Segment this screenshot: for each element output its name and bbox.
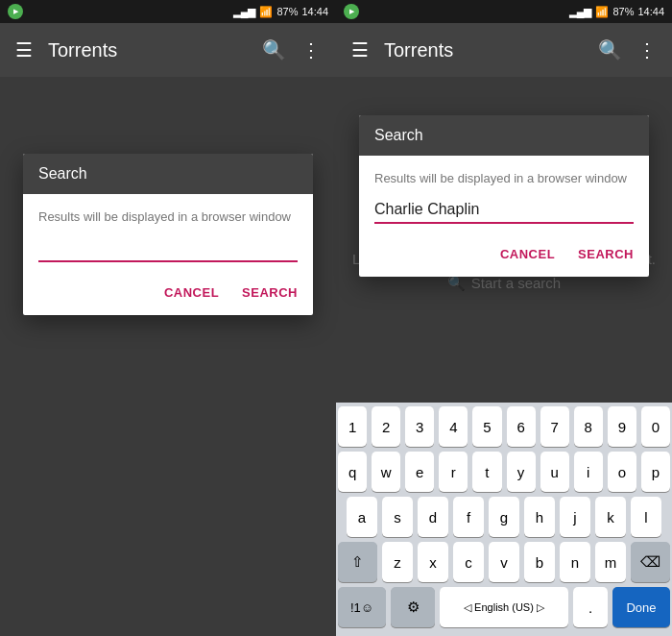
key-q[interactable]: q	[338, 452, 367, 492]
key-t[interactable]: t	[472, 452, 501, 492]
key-c[interactable]: c	[453, 542, 484, 582]
key-g[interactable]: g	[489, 497, 519, 537]
key-m[interactable]: m	[595, 542, 626, 582]
search-input-right[interactable]	[374, 197, 634, 222]
settings-key[interactable]: ⚙	[391, 587, 435, 627]
key-1[interactable]: 1	[338, 406, 367, 447]
key-j[interactable]: j	[560, 497, 590, 537]
key-x[interactable]: x	[418, 542, 448, 582]
dialog-body-left: Results will be displayed in a browser w…	[23, 194, 313, 262]
content-area-left: Search Results will be displayed in a br…	[0, 77, 336, 636]
key-w[interactable]: w	[372, 452, 400, 492]
key-7[interactable]: 7	[540, 406, 569, 447]
signal-icon-right: ▂▄▆	[569, 6, 592, 18]
key-9[interactable]: 9	[608, 406, 636, 447]
dialog-header-right: Search	[359, 115, 649, 156]
key-b[interactable]: b	[524, 542, 555, 582]
wifi-icon: 📶	[259, 6, 273, 18]
key-2[interactable]: 2	[372, 406, 400, 447]
hamburger-icon-right[interactable]: ☰	[351, 38, 369, 61]
app-bar-left: ☰ Torrents 🔍 ⋮	[0, 23, 336, 77]
dialog-input-wrap-left	[38, 235, 298, 262]
keyboard: 1 2 3 4 5 6 7 8 9 0 q w e r t y u i o p …	[336, 403, 672, 636]
key-u[interactable]: u	[540, 452, 569, 492]
keyboard-row-zxcv: ⇧ z x c v b n m ⌫	[338, 542, 670, 582]
key-a[interactable]: a	[347, 497, 377, 537]
status-bar-left-icons	[8, 4, 23, 19]
period-key[interactable]: .	[573, 587, 608, 627]
keyboard-row-bottom: !1☺ ⚙ ◁ English (US) ▷ . Done	[338, 587, 670, 627]
dialog-body-right: Results will be displayed in a browser w…	[359, 156, 649, 224]
key-3[interactable]: 3	[405, 406, 434, 447]
overflow-menu-right[interactable]: ⋮	[637, 38, 657, 61]
key-o[interactable]: o	[608, 452, 636, 492]
dialog-input-wrap-right	[374, 197, 634, 224]
dialog-title-left: Search	[38, 165, 87, 182]
language-key[interactable]: ◁ English (US) ▷	[440, 587, 568, 627]
key-p[interactable]: p	[641, 452, 670, 492]
key-i[interactable]: i	[574, 452, 603, 492]
key-h[interactable]: h	[524, 497, 555, 537]
right-panel: ▂▄▆ 📶 87% 14:44 ☰ Torrents 🔍 ⋮ Hi there,…	[336, 0, 672, 636]
app-title-left: Torrents	[48, 39, 247, 61]
app-title-right: Torrents	[384, 39, 583, 61]
key-6[interactable]: 6	[507, 406, 536, 447]
key-e[interactable]: e	[405, 452, 434, 492]
battery-text: 87%	[276, 6, 298, 17]
dialog-hint-right: Results will be displayed in a browser w…	[374, 171, 634, 185]
key-r[interactable]: r	[439, 452, 468, 492]
backspace-key[interactable]: ⌫	[631, 542, 670, 582]
status-bar-right-right-icons: ▂▄▆ 📶 87% 14:44	[569, 6, 664, 18]
status-bar-left: ▂▄▆ 📶 87% 14:44	[0, 0, 336, 23]
app-bar-right: ☰ Torrents 🔍 ⋮	[336, 23, 672, 77]
search-icon-right[interactable]: 🔍	[598, 38, 622, 61]
search-icon-left[interactable]: 🔍	[262, 38, 286, 61]
dialog-actions-right: CANCEL SEARCH	[359, 232, 649, 277]
overflow-menu-left[interactable]: ⋮	[301, 38, 321, 61]
vuze-icon	[8, 4, 23, 19]
keyboard-row-numbers: 1 2 3 4 5 6 7 8 9 0	[338, 406, 670, 447]
search-dialog-left: Search Results will be displayed in a br…	[23, 154, 313, 315]
done-key[interactable]: Done	[612, 587, 670, 627]
status-bar-right: ▂▄▆ 📶 87% 14:44	[336, 0, 672, 23]
symbols-key[interactable]: !1☺	[338, 587, 386, 627]
cancel-button-right[interactable]: CANCEL	[492, 239, 563, 269]
status-bar-right-left-icons	[344, 4, 359, 19]
key-z[interactable]: z	[382, 542, 413, 582]
dialog-actions-left: CANCEL SEARCH	[23, 270, 313, 315]
key-f[interactable]: f	[453, 497, 484, 537]
key-5[interactable]: 5	[472, 406, 501, 447]
content-area-right: Hi there, Looks like you need to downloa…	[336, 77, 672, 403]
search-input-left[interactable]	[38, 235, 298, 260]
wifi-icon-right: 📶	[595, 6, 609, 18]
time-display-right: 14:44	[637, 6, 664, 17]
search-button-right[interactable]: SEARCH	[570, 239, 641, 269]
hamburger-icon[interactable]: ☰	[15, 38, 33, 61]
key-k[interactable]: k	[595, 497, 626, 537]
keyboard-row-asdf: a s d f g h j k l	[338, 497, 670, 537]
dialog-title-right: Search	[374, 127, 423, 143]
dialog-header-left: Search	[23, 154, 313, 194]
signal-icon: ▂▄▆	[233, 6, 256, 18]
search-dialog-right: Search Results will be displayed in a br…	[359, 115, 649, 277]
vuze-icon-right	[344, 4, 359, 19]
key-v[interactable]: v	[489, 542, 519, 582]
status-bar-right-icons: ▂▄▆ 📶 87% 14:44	[233, 6, 328, 18]
key-8[interactable]: 8	[574, 406, 603, 447]
time-display: 14:44	[301, 6, 328, 17]
key-s[interactable]: s	[382, 497, 413, 537]
keyboard-row-qwerty: q w e r t y u i o p	[338, 452, 670, 492]
key-0[interactable]: 0	[641, 406, 670, 447]
dialog-hint-left: Results will be displayed in a browser w…	[38, 209, 298, 224]
key-n[interactable]: n	[560, 542, 590, 582]
key-4[interactable]: 4	[439, 406, 468, 447]
key-y[interactable]: y	[507, 452, 536, 492]
battery-text-right: 87%	[612, 6, 634, 17]
cancel-button-left[interactable]: CANCEL	[156, 278, 227, 307]
key-l[interactable]: l	[631, 497, 661, 537]
shift-key[interactable]: ⇧	[338, 542, 377, 582]
search-button-left[interactable]: SEARCH	[234, 278, 305, 307]
left-panel: ▂▄▆ 📶 87% 14:44 ☰ Torrents 🔍 ⋮ Search Re…	[0, 0, 336, 636]
key-d[interactable]: d	[418, 497, 448, 537]
